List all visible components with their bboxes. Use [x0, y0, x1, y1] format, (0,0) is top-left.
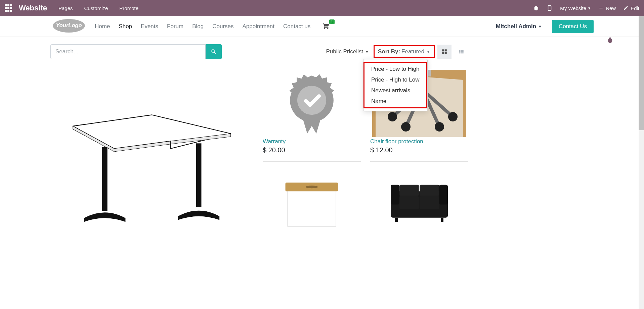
theme-drop-icon[interactable] — [606, 36, 614, 45]
nav-shop[interactable]: Shop — [119, 23, 132, 30]
site-navbar: YourLogo Home Shop Events Forum Blog Cou… — [0, 16, 644, 37]
product-image — [263, 174, 361, 231]
caret-down-icon: ▼ — [588, 6, 591, 10]
divider — [370, 161, 468, 162]
nav-blog[interactable]: Blog — [192, 23, 204, 30]
sort-dropdown-menu: Price - Low to High Price - High to Low … — [363, 59, 428, 111]
product-price: $ 12.00 — [370, 146, 468, 154]
sort-value: Featured — [401, 48, 424, 55]
svg-rect-18 — [288, 187, 336, 226]
product-image — [263, 70, 361, 137]
nav-events[interactable]: Events — [141, 23, 158, 30]
shop-content: Public Pricelist ▼ Sort By: Featured ▼ P… — [0, 37, 519, 238]
website-switcher-label: My Website — [560, 5, 586, 11]
admin-menu-promote[interactable]: Promote — [119, 5, 138, 11]
product-card-warranty[interactable]: Warranty $ 20.00 — [263, 70, 361, 162]
pricelist-dropdown[interactable]: Public Pricelist ▼ — [326, 48, 369, 55]
search-form — [50, 44, 222, 59]
product-title[interactable]: Warranty — [263, 138, 361, 145]
bug-icon[interactable] — [533, 5, 539, 11]
list-icon — [458, 49, 464, 55]
website-switcher[interactable]: My Website ▼ — [560, 5, 591, 11]
svg-rect-22 — [391, 185, 399, 205]
search-icon — [211, 49, 217, 55]
svg-rect-29 — [441, 218, 443, 222]
nav-courses[interactable]: Courses — [212, 23, 233, 30]
svg-rect-24 — [399, 185, 419, 196]
edit-button[interactable]: Edit — [623, 5, 639, 11]
caret-down-icon: ▼ — [426, 49, 430, 54]
search-input[interactable] — [50, 44, 206, 59]
caret-down-icon: ▼ — [365, 50, 369, 54]
svg-rect-26 — [399, 196, 419, 209]
scrollbar-thumb[interactable] — [639, 16, 644, 130]
caret-down-icon: ▼ — [538, 24, 542, 29]
app-brand[interactable]: Website — [19, 4, 47, 12]
product-image — [50, 70, 253, 227]
product-price: $ 20.00 — [263, 146, 361, 154]
nav-forum[interactable]: Forum — [167, 23, 183, 30]
product-card[interactable] — [370, 174, 468, 231]
admin-menu-pages[interactable]: Pages — [58, 5, 73, 11]
svg-rect-28 — [395, 218, 398, 222]
desk-illustration — [58, 70, 246, 227]
admin-menu-customize[interactable]: Customize — [84, 5, 108, 11]
contact-button[interactable]: Contact Us — [552, 20, 594, 33]
cart-icon[interactable]: 1 — [323, 22, 330, 31]
cart-badge: 1 — [329, 19, 335, 24]
user-name: Mitchell Admin — [496, 23, 536, 30]
user-dropdown[interactable]: Mitchell Admin ▼ — [496, 23, 542, 30]
nav-appointment[interactable]: Appointment — [243, 23, 274, 30]
divider — [263, 161, 361, 162]
nav-home[interactable]: Home — [95, 23, 110, 30]
sort-label: Sort By: — [378, 48, 400, 55]
svg-point-6 — [297, 86, 326, 115]
svg-point-20 — [306, 186, 318, 188]
shop-toolbar: Public Pricelist ▼ Sort By: Featured ▼ P… — [50, 44, 468, 59]
svg-rect-23 — [439, 185, 448, 205]
product-title[interactable]: Chair floor protection — [370, 138, 468, 145]
sofa-illustration — [372, 174, 466, 231]
svg-point-16 — [435, 122, 444, 132]
pricelist-label: Public Pricelist — [326, 48, 363, 55]
product-image — [370, 174, 468, 231]
svg-point-13 — [388, 112, 397, 121]
svg-text:YourLogo: YourLogo — [56, 22, 82, 28]
site-logo[interactable]: YourLogo — [50, 18, 87, 35]
sort-dropdown-toggle[interactable]: Sort By: Featured ▼ Price - Low to High … — [374, 45, 435, 58]
box-illustration — [265, 174, 359, 231]
edit-label: Edit — [631, 5, 639, 11]
grid-icon — [441, 49, 447, 55]
view-grid-button[interactable] — [437, 45, 452, 59]
new-label: New — [606, 5, 616, 11]
sort-option-name[interactable]: Name — [364, 96, 426, 107]
scrollbar[interactable] — [639, 16, 644, 238]
product-card[interactable] — [263, 174, 361, 231]
svg-rect-2 — [102, 147, 108, 211]
admin-bar: Website Pages Customize Promote My Websi… — [0, 0, 644, 16]
sort-option-newest[interactable]: Newest arrivals — [364, 85, 426, 96]
new-page-button[interactable]: New — [598, 5, 616, 11]
view-list-button[interactable] — [454, 45, 468, 59]
product-card-large[interactable] — [50, 70, 253, 231]
mobile-preview-icon[interactable] — [547, 5, 553, 11]
search-button[interactable] — [206, 44, 222, 59]
svg-point-14 — [448, 112, 458, 121]
sort-option-price-desc[interactable]: Price - High to Low — [364, 74, 426, 85]
svg-rect-25 — [420, 185, 439, 196]
nav-contact[interactable]: Contact us — [283, 23, 310, 30]
sort-option-price-asc[interactable]: Price - Low to High — [364, 64, 426, 74]
svg-rect-27 — [420, 196, 439, 209]
badge-icon — [282, 73, 342, 134]
svg-point-15 — [401, 122, 411, 132]
svg-rect-3 — [196, 143, 202, 207]
apps-menu-icon[interactable] — [5, 4, 13, 12]
